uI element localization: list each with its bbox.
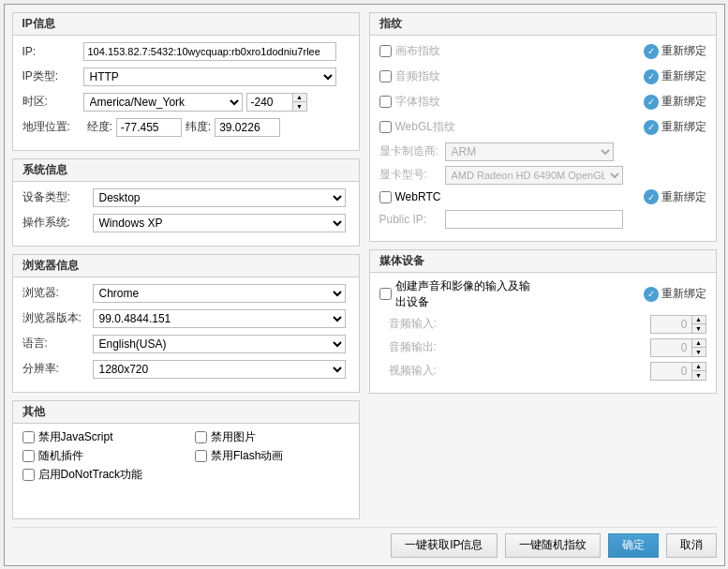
audio-out-down[interactable]: ▼ xyxy=(692,348,706,356)
webgl-rebind-icon: ✓ xyxy=(644,120,659,135)
enable-dnt-checkbox[interactable] xyxy=(22,469,35,481)
system-section-title: 系统信息 xyxy=(13,159,359,182)
font-fp-check[interactable]: 字体指纹 xyxy=(379,94,492,110)
timezone-down-btn[interactable]: ▼ xyxy=(293,102,306,111)
longitude-input[interactable] xyxy=(116,118,182,137)
device-select[interactable]: Desktop Mobile Tablet xyxy=(93,188,346,207)
webgl-rebind-label: 重新绑定 xyxy=(661,119,706,135)
webrtc-label: WebRTC xyxy=(395,190,441,203)
latitude-input[interactable] xyxy=(215,118,280,137)
longitude-label: 经度: xyxy=(87,119,112,135)
system-section: 系统信息 设备类型: Desktop Mobile Tablet 操作系统: W… xyxy=(12,158,360,247)
timezone-select[interactable]: America/New_York xyxy=(83,93,243,112)
disable-img-checkbox[interactable] xyxy=(195,431,207,443)
media-rebind-btn[interactable]: ✓ 重新绑定 xyxy=(644,286,706,302)
media-rebind-label: 重新绑定 xyxy=(661,286,706,302)
device-row: 设备类型: Desktop Mobile Tablet xyxy=(22,187,349,208)
other-section-title: 其他 xyxy=(13,401,359,424)
browser-select[interactable]: Chrome Firefox Safari Edge xyxy=(93,284,346,303)
disable-js-check[interactable]: 禁用JavaScript xyxy=(22,429,177,445)
audio-out-spinbtns: ▲ ▼ xyxy=(692,338,706,357)
video-in-input[interactable] xyxy=(650,362,692,381)
video-in-up[interactable]: ▲ xyxy=(692,363,706,372)
video-in-down[interactable]: ▼ xyxy=(692,371,706,380)
confirm-button[interactable]: 确定 xyxy=(608,533,659,558)
audio-out-input[interactable] xyxy=(650,338,692,357)
media-section: 媒体设备 创建声音和影像的输入及输出设备 ✓ 重新绑定 音频输入: xyxy=(369,249,717,394)
media-rebind-icon: ✓ xyxy=(644,287,659,302)
font-rebind-label: 重新绑定 xyxy=(661,94,706,110)
create-device-row: 创建声音和影像的输入及输出设备 ✓ 重新绑定 xyxy=(379,278,706,310)
other-section: 其他 禁用JavaScript 禁用图片 随机插件 xyxy=(12,400,360,519)
audio-in-spinbtns: ▲ ▼ xyxy=(692,315,706,334)
ip-input[interactable] xyxy=(83,42,336,61)
canvas-rebind-icon: ✓ xyxy=(644,44,659,59)
timezone-offset-spinner[interactable]: ▲ ▼ xyxy=(293,93,307,112)
disable-js-label: 禁用JavaScript xyxy=(38,429,113,445)
webrtc-check[interactable]: WebRTC xyxy=(379,190,492,203)
resolution-label: 分辨率: xyxy=(22,361,93,377)
random-plugin-check[interactable]: 随机插件 xyxy=(22,448,177,464)
card-vendor-row: 显卡制造商: ARM xyxy=(379,142,706,161)
webrtc-rebind-label: 重新绑定 xyxy=(661,189,706,205)
language-select[interactable]: English(USA) xyxy=(93,335,346,353)
card-model-select[interactable]: AMD Radeon HD 6490M OpenGL E xyxy=(445,166,623,185)
timezone-up-btn[interactable]: ▲ xyxy=(293,94,306,103)
disable-flash-checkbox[interactable] xyxy=(195,450,207,462)
disable-js-checkbox[interactable] xyxy=(22,431,35,443)
font-fp-label: 字体指纹 xyxy=(395,94,440,110)
audio-rebind-btn[interactable]: ✓ 重新绑定 xyxy=(644,68,706,84)
create-device-check[interactable]: 创建声音和影像的输入及输出设备 xyxy=(379,278,539,310)
webrtc-row: WebRTC ✓ 重新绑定 xyxy=(379,189,706,205)
dialog-footer: 一键获取IP信息 一键随机指纹 确定 取消 xyxy=(12,527,717,558)
random-fp-button[interactable]: 一键随机指纹 xyxy=(505,533,601,558)
canvas-fp-checkbox[interactable] xyxy=(379,45,392,57)
public-ip-input[interactable] xyxy=(445,210,623,229)
canvas-rebind-btn[interactable]: ✓ 重新绑定 xyxy=(644,43,706,59)
enable-dnt-check[interactable]: 启用DoNotTrack功能 xyxy=(22,467,177,483)
audio-in-label: 音频输入: xyxy=(389,316,454,332)
font-fp-checkbox[interactable] xyxy=(379,96,392,108)
get-ip-button[interactable]: 一键获取IP信息 xyxy=(391,533,497,558)
browser-section-title: 浏览器信息 xyxy=(13,255,359,277)
audio-out-row: 音频输出: ▲ ▼ xyxy=(379,338,706,357)
left-panel: IP信息 IP: IP类型: HTTP HTTPS SOCKS5 时区: xyxy=(12,12,360,519)
webgl-fp-row: WebGL指纹 ✓ 重新绑定 xyxy=(379,117,706,138)
audio-fp-row: 音频指纹 ✓ 重新绑定 xyxy=(379,67,706,87)
audio-out-up[interactable]: ▲ xyxy=(692,339,706,349)
webrtc-checkbox[interactable] xyxy=(379,191,392,203)
random-plugin-checkbox[interactable] xyxy=(22,450,35,462)
audio-in-down[interactable]: ▼ xyxy=(692,324,706,333)
browser-version-select[interactable]: 99.0.4844.151 xyxy=(93,309,346,328)
audio-in-input[interactable] xyxy=(650,315,692,334)
os-select[interactable]: Windows XP Windows 7 Windows 10 xyxy=(93,214,346,232)
audio-out-spinner: ▲ ▼ xyxy=(650,338,706,357)
font-rebind-btn[interactable]: ✓ 重新绑定 xyxy=(644,94,706,110)
webgl-fp-check[interactable]: WebGL指纹 xyxy=(379,119,492,135)
timezone-offset-input[interactable] xyxy=(246,93,293,112)
other-grid: 禁用JavaScript 禁用图片 随机插件 禁用Flash动画 xyxy=(22,429,349,483)
disable-img-check[interactable]: 禁用图片 xyxy=(195,429,349,445)
ip-type-select[interactable]: HTTP HTTPS SOCKS5 xyxy=(83,67,336,86)
webgl-rebind-btn[interactable]: ✓ 重新绑定 xyxy=(644,119,706,135)
webrtc-rebind-btn[interactable]: ✓ 重新绑定 xyxy=(644,189,706,205)
card-vendor-select[interactable]: ARM xyxy=(445,142,614,161)
audio-in-up[interactable]: ▲ xyxy=(692,316,706,325)
enable-dnt-label: 启用DoNotTrack功能 xyxy=(38,467,143,483)
public-ip-row: Public IP: xyxy=(379,210,706,229)
canvas-fp-check[interactable]: 画布指纹 xyxy=(379,43,492,59)
cancel-button[interactable]: 取消 xyxy=(666,533,717,558)
disable-flash-check[interactable]: 禁用Flash动画 xyxy=(195,448,349,464)
audio-out-label: 音频输出: xyxy=(389,339,454,355)
font-rebind-icon: ✓ xyxy=(644,95,659,110)
audio-fp-checkbox[interactable] xyxy=(379,70,392,82)
audio-rebind-label: 重新绑定 xyxy=(661,68,706,84)
webgl-fp-checkbox[interactable] xyxy=(379,121,392,133)
audio-fp-check[interactable]: 音频指纹 xyxy=(379,68,492,84)
browser-version-label: 浏览器版本: xyxy=(22,310,93,326)
create-device-checkbox[interactable] xyxy=(379,288,392,300)
geo-row: 地理位置: 经度: 纬度: xyxy=(22,117,349,138)
browser-label: 浏览器: xyxy=(22,285,93,301)
resolution-select[interactable]: 1280x720 1920x1080 1366x768 xyxy=(93,360,346,379)
main-dialog: IP信息 IP: IP类型: HTTP HTTPS SOCKS5 时区: xyxy=(4,4,725,566)
